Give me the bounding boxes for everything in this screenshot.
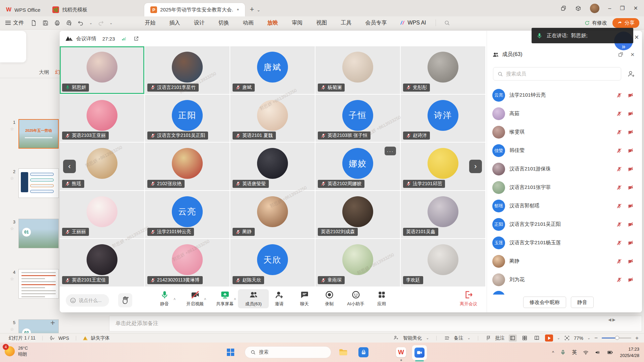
meeting-detail-button[interactable]: 会议详情: [76, 36, 96, 42]
mute-button[interactable]: 静音: [571, 297, 594, 308]
open-external-icon[interactable]: [134, 36, 139, 41]
ribbon-tab-会员专享[interactable]: 会员专享: [365, 19, 387, 27]
reading-view-button[interactable]: [533, 334, 541, 342]
file-menu-button[interactable]: 文件: [5, 19, 24, 27]
video-tile[interactable]: 唐斌唐斌: [230, 46, 315, 94]
weather-widget[interactable]: 4 26°C 晴朗: [5, 345, 28, 357]
popout-panel-icon[interactable]: [618, 52, 624, 57]
member-row[interactable]: 玉莲汉语言文学2101杨玉莲: [487, 234, 642, 252]
member-row[interactable]: 正阳汉语言文学2101吴正阳: [487, 215, 642, 234]
redo-icon[interactable]: [98, 20, 104, 26]
taskbar-meeting-active[interactable]: [412, 345, 427, 360]
video-tile[interactable]: 党彤彤: [401, 46, 485, 94]
caret-icon[interactable]: ˄: [174, 297, 176, 301]
camera-off-icon[interactable]: [628, 259, 633, 264]
member-row[interactable]: 汉语言2101张宇菲: [487, 178, 642, 197]
tray-expand-button[interactable]: ^: [552, 350, 554, 355]
tab-docer[interactable]: 🌿 找稻壳模板: [46, 3, 93, 16]
mic-muted-icon[interactable]: [616, 240, 622, 246]
ribbon-tab-工具[interactable]: 工具: [341, 19, 351, 27]
caret-icon[interactable]: ⌄: [557, 336, 560, 340]
member-row[interactable]: 蔺静: [487, 252, 642, 270]
ribbon-tab-切换[interactable]: 切换: [218, 19, 229, 27]
slideshow-button[interactable]: [545, 334, 553, 342]
mic-muted-icon[interactable]: [616, 259, 622, 264]
leave-meeting-button[interactable]: 离开会议: [453, 290, 484, 307]
zoom-out-button[interactable]: −: [594, 335, 598, 342]
fit-window-icon[interactable]: [564, 335, 570, 341]
notes-scroll-arrows[interactable]: ◀ ▶: [608, 317, 615, 322]
tab-wps-office[interactable]: W WPS Office: [0, 3, 46, 16]
video-tile[interactable]: 英语2101 夏魏: [230, 95, 315, 142]
tab-list-caret[interactable]: ⌄: [257, 7, 260, 12]
camera-off-icon[interactable]: [628, 203, 633, 209]
caret-icon[interactable]: ⌄: [426, 336, 429, 340]
video-tile[interactable]: 王丽丽: [60, 191, 144, 239]
video-tile[interactable]: 21423020113黄琳博: [145, 239, 230, 287]
slide-thumbnail[interactable]: 01: [18, 219, 59, 248]
camera-off-icon[interactable]: [628, 130, 633, 135]
wifi-icon[interactable]: [583, 350, 589, 355]
member-row[interactable]: 刘为花: [487, 270, 642, 289]
mic-muted-icon[interactable]: [616, 277, 622, 282]
start-button[interactable]: [227, 349, 234, 356]
slide-star-icon[interactable]: ☆: [10, 276, 14, 281]
camera-off-icon[interactable]: [628, 93, 633, 98]
caret-icon[interactable]: ⌄: [109, 21, 112, 25]
mic-muted-icon[interactable]: [616, 111, 622, 116]
close-button[interactable]: ✕: [634, 5, 638, 11]
toolbar-静音[interactable]: 静音˄: [149, 290, 180, 307]
video-tile[interactable]: 郭思妍: [60, 46, 144, 94]
account-avatar[interactable]: [590, 4, 599, 13]
camera-off-icon[interactable]: [628, 222, 633, 227]
tab-document-active[interactable]: P 2025年劳动节学生安全教育大会. •: [144, 3, 245, 16]
mic-muted-icon[interactable]: [616, 130, 622, 135]
ribbon-tab-放映[interactable]: 放映: [267, 19, 278, 27]
stack-windows-icon[interactable]: [560, 5, 566, 11]
ribbon-tab-插入[interactable]: 插入: [169, 19, 180, 27]
ribbon-tab-开始[interactable]: 开始: [145, 19, 155, 27]
camera-off-icon[interactable]: [628, 185, 633, 190]
zoom-slider[interactable]: [602, 338, 631, 339]
video-tile[interactable]: 蔺静: [230, 191, 315, 239]
beautify-button[interactable]: 智能美化: [403, 335, 422, 341]
ribbon-tab-动画[interactable]: 动画: [243, 19, 253, 27]
undo-icon[interactable]: [78, 20, 84, 26]
slide-thumbnail[interactable]: [18, 168, 59, 198]
spellcheck-icon[interactable]: [49, 335, 55, 341]
grid-next-button[interactable]: ›: [469, 160, 482, 173]
note-button[interactable]: 备注: [454, 335, 463, 341]
add-slide-button[interactable]: +: [50, 318, 55, 327]
tab-outline[interactable]: 大纲: [39, 69, 49, 75]
integrations-icon[interactable]: [575, 5, 581, 11]
comment-button[interactable]: 批注: [495, 335, 505, 341]
rename-button[interactable]: 修改会中昵称: [523, 297, 566, 308]
mic-muted-icon[interactable]: [616, 185, 622, 190]
member-row[interactable]: 云亮法学2101钟云亮: [487, 86, 642, 104]
print-preview-icon[interactable]: [66, 20, 72, 26]
taskbar-explorer[interactable]: [338, 347, 348, 357]
video-tile[interactable]: 英语2101王宏佳: [60, 239, 144, 287]
video-tile[interactable]: 英语2102刘成森: [315, 191, 400, 239]
member-search-input[interactable]: 搜索成员: [493, 67, 621, 81]
modified-status[interactable]: 有修改: [584, 20, 607, 26]
ribbon-tab-视图[interactable]: 视图: [316, 19, 327, 27]
video-tile[interactable]: 英语唐莹莹: [230, 143, 315, 190]
tile-more-button[interactable]: ···: [385, 147, 396, 155]
volume-icon[interactable]: [595, 350, 600, 355]
video-tile[interactable]: 杨菊澜: [315, 46, 400, 94]
member-row[interactable]: 缑雯琪: [487, 123, 642, 141]
video-tile[interactable]: 2102张欣艳: [145, 143, 230, 190]
video-tile[interactable]: 诗洋赵诗洋: [401, 95, 485, 142]
caret-icon[interactable]: ⌄: [587, 336, 590, 340]
wps-check-label[interactable]: WPS: [58, 335, 69, 341]
zoom-in-button[interactable]: +: [635, 335, 639, 342]
mic-muted-icon[interactable]: [616, 166, 622, 172]
mic-tray-icon[interactable]: [560, 350, 566, 355]
camera-off-icon[interactable]: [628, 111, 633, 116]
battery-icon[interactable]: [606, 350, 614, 355]
print-icon[interactable]: [54, 20, 60, 26]
member-row[interactable]: 佳莹韩佳莹: [487, 141, 642, 160]
video-tile[interactable]: 英语2101吴鑫: [401, 191, 485, 239]
tab-slides[interactable]: 幻灯片: [55, 69, 60, 75]
